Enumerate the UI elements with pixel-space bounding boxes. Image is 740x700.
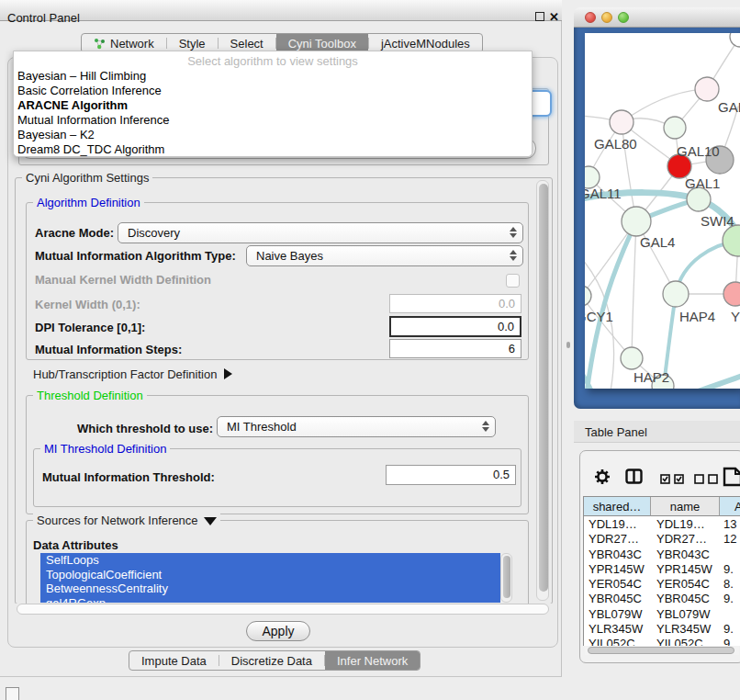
node-table[interactable]: shared…nameA YDL19…YDL19…13YDR27…YDR27…1… <box>583 496 740 646</box>
close-icon[interactable]: ✕ <box>549 10 559 24</box>
aracne-mode-label: Aracne Mode: <box>35 226 114 240</box>
node-label-hap4: HAP4 <box>679 309 715 324</box>
algorithm-option-basic-correlation-inference[interactable]: Basic Correlation Inference <box>17 84 530 98</box>
table-row[interactable]: YBR045CYBR045C9. <box>584 592 740 606</box>
cell-shared-name: YBR045C <box>589 592 642 606</box>
apply-button[interactable]: Apply <box>246 621 310 641</box>
mi-threshold-label: Mutual Information Threshold: <box>42 470 215 484</box>
cell-value: 9. <box>723 622 734 637</box>
bottom-tab-discretize-data-label: Discretize Data <box>231 654 312 668</box>
which-threshold-value: MI Threshold <box>227 420 297 434</box>
settings-horizontal-scrollbar[interactable] <box>17 604 549 615</box>
app-root: Control Panel ✕ NetworkStyleSelectCyni T… <box>0 0 740 700</box>
hub-section-label: Hub/Transcription Factor Definition <box>33 367 217 381</box>
dpi-tolerance-field[interactable]: 0.0 <box>389 316 521 337</box>
node-label-gal10: GAL10 <box>677 143 720 159</box>
mi-steps-field[interactable]: 6 <box>389 339 521 358</box>
attribute-item-topologicalcoefficient[interactable]: TopologicalCoefficient <box>40 568 500 582</box>
split-columns-icon[interactable] <box>625 469 643 488</box>
cell-shared-name: YDR27… <box>589 532 639 547</box>
node-label-gal4: GAL4 <box>640 234 675 250</box>
combo-spinner-icon <box>510 227 517 238</box>
network-node-gal80[interactable] <box>610 110 633 134</box>
network-node-gcy1[interactable] <box>585 286 591 306</box>
cell-shared-name: YBL079W <box>589 607 643 622</box>
settings-vertical-scrollbar[interactable] <box>536 180 549 601</box>
hub-section[interactable]: Hub/Transcription Factor Definition <box>33 367 232 381</box>
mi-threshold-field[interactable]: 0.5 <box>386 465 516 485</box>
table-row[interactable]: YDR27…YDR27…12 <box>584 532 740 547</box>
column-header-shared[interactable]: shared… <box>584 497 651 516</box>
collapsed-panel-button[interactable] <box>6 687 19 700</box>
table-row[interactable]: YPR145WYPR145W9. <box>584 562 740 577</box>
file-icon[interactable] <box>723 467 740 491</box>
network-window-titlebar <box>574 7 740 28</box>
network-node-gal4[interactable] <box>622 207 651 236</box>
network-node-hap4[interactable] <box>663 281 689 307</box>
tab-select[interactable]: Select <box>219 34 275 52</box>
tab-style[interactable]: Style <box>167 34 218 52</box>
node-label-gal: GAL <box>718 99 740 115</box>
network-node-gal10[interactable] <box>664 117 686 139</box>
manual-kernel-width-checkbox[interactable] <box>506 274 520 288</box>
algorithm-option-mutual-information-inference[interactable]: Mutual Information Inference <box>17 113 530 128</box>
table-row[interactable]: YBR043CYBR043C <box>584 548 740 562</box>
cell-value: 13 <box>723 517 736 532</box>
table-row[interactable]: YIL052CYIL052C9. <box>584 637 740 646</box>
data-attributes-list[interactable]: SelfLoopsTopologicalCoefficientBetweenne… <box>40 553 500 603</box>
table-panel-titlebar: Table Panel <box>574 421 740 443</box>
network-node-hap2[interactable] <box>621 347 643 369</box>
attribute-item-gal4rgexp[interactable]: gal4RGexp <box>40 596 500 604</box>
cell-name: YIL052C <box>656 637 703 646</box>
bottom-tab-impute-data[interactable]: Impute Data <box>129 651 219 670</box>
collapse-down-icon[interactable] <box>204 517 217 525</box>
kernel-width-label: Kernel Width (0,1): <box>35 298 140 311</box>
aracne-mode-value: Discovery <box>128 226 180 240</box>
tab-network[interactable]: Network <box>82 34 166 52</box>
table-row[interactable]: YDL19…YDL19…13 <box>584 517 740 532</box>
network-node-y[interactable] <box>723 282 740 306</box>
which-threshold-combo[interactable]: MI Threshold <box>217 416 496 437</box>
unchecked-pair-icon[interactable] <box>694 471 719 488</box>
attribute-item-selfloops[interactable]: SelfLoops <box>40 553 500 568</box>
zoom-traffic-light-icon[interactable] <box>618 12 629 23</box>
table-hscroll-thumb[interactable] <box>588 647 734 654</box>
attributes-scrollbar[interactable] <box>500 553 512 603</box>
algorithm-option-bayesian-k2[interactable]: Bayesian – K2 <box>17 128 530 142</box>
network-node-gal[interactable] <box>695 77 719 101</box>
panel-splitter-handle[interactable] <box>566 342 570 348</box>
gear-icon[interactable] <box>593 468 611 490</box>
mi-type-combo[interactable]: Naive Bayes <box>246 245 523 266</box>
tab-style-label: Style <box>179 37 206 51</box>
table-row[interactable]: YLR345WYLR345W9. <box>584 622 740 637</box>
close-traffic-light-icon[interactable] <box>585 12 596 23</box>
checked-pair-icon[interactable] <box>660 471 685 488</box>
column-header-name[interactable]: name <box>651 497 720 516</box>
tab-jactivemnodules-label: jActiveMNodules <box>381 37 470 51</box>
network-node[interactable] <box>730 33 740 47</box>
algorithm-option-bayesian-hill-climbing[interactable]: Bayesian – Hill Climbing <box>17 69 530 84</box>
float-window-icon[interactable] <box>535 12 544 21</box>
minimize-traffic-light-icon[interactable] <box>601 12 612 23</box>
column-header-a[interactable]: A <box>720 497 740 516</box>
cell-name: YBL079W <box>656 607 711 622</box>
bottom-tab-infer-network[interactable]: Infer Network <box>325 651 420 670</box>
tab-cyni-toolbox[interactable]: Cyni Toolbox <box>276 34 368 52</box>
table-row[interactable]: YER054CYER054C8. <box>584 577 740 592</box>
table-row[interactable]: YBL079WYBL079W <box>584 607 740 622</box>
algorithm-option-dream8-dc-tdc-algorithm[interactable]: Dream8 DC_TDC Algorithm <box>17 142 530 157</box>
algorithm-dropdown-placeholder: Select algorithm to view settings <box>14 54 532 68</box>
network-canvas[interactable]: GALGAL80GAL10GAL1GAL11SWI4GAL4GCY1HAP4YH… <box>585 33 740 389</box>
tab-jactivemnodules[interactable]: jActiveMNodules <box>369 34 482 52</box>
expand-right-icon[interactable] <box>224 368 232 379</box>
cell-shared-name: YBR043C <box>589 548 642 562</box>
network-node[interactable] <box>723 225 740 256</box>
table-toolbar <box>585 464 740 491</box>
attribute-item-betweennesscentrality[interactable]: BetweennessCentrality <box>40 581 500 596</box>
cyni-bottom-tabbar: Impute DataDiscretize DataInfer Network <box>129 650 420 671</box>
kernel-width-field[interactable]: 0.0 <box>389 294 521 313</box>
algorithm-option-aracne-algorithm[interactable]: ARACNE Algorithm <box>17 98 530 113</box>
bottom-tab-discretize-data[interactable]: Discretize Data <box>219 651 324 670</box>
aracne-mode-combo[interactable]: Discovery <box>118 222 523 243</box>
node-label-swi4: SWI4 <box>701 213 734 229</box>
